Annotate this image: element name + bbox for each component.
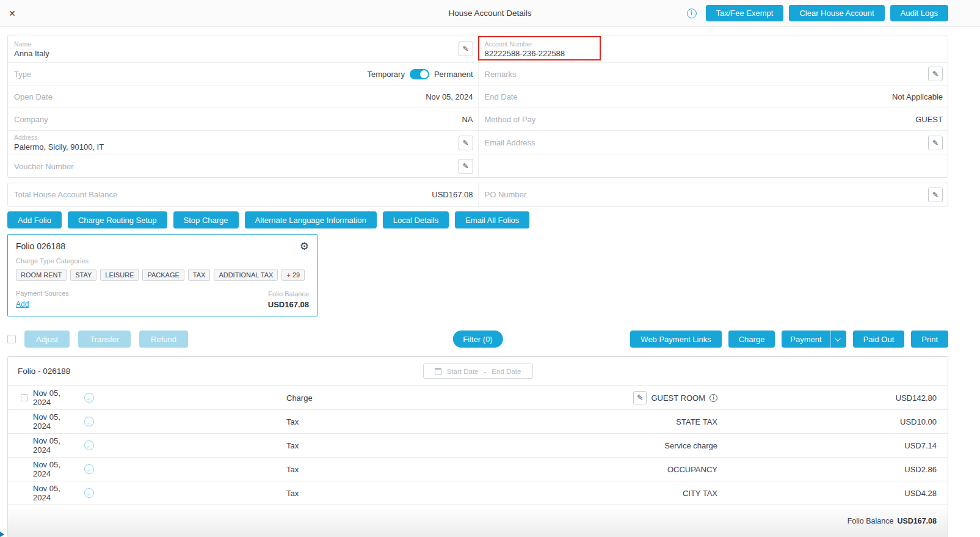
address-label: Address [14,134,459,141]
po-number-field: PO Number ✎ [478,183,948,206]
add-folio-button[interactable]: Add Folio [7,211,62,228]
row-type: Charge [103,393,421,403]
chip-tax: TAX [188,269,211,281]
charge-type-categories-label: Charge Type Categories [16,257,309,265]
charge-button[interactable]: Charge [728,331,775,348]
routing-arrow-icon[interactable]: ← [84,440,94,450]
footer-balance-label: Folio Balance [848,517,894,525]
charge-type-chips: ROOM RENT STAY LEISURE PACKAGE TAX ADDIT… [16,269,309,281]
charge-routing-setup-button[interactable]: Charge Routing Setup [68,211,167,228]
routing-arrow-icon[interactable]: ← [84,488,94,498]
routing-arrow-icon[interactable]: ← [84,464,94,474]
name-value: Anna Italy [14,49,459,58]
edit-charge-icon[interactable]: ✎ [633,391,647,404]
start-date-placeholder: Start Date [447,368,479,375]
edit-voucher-icon[interactable]: ✎ [459,159,473,174]
stop-charge-button[interactable]: Stop Charge [173,211,239,228]
date-range-picker[interactable]: Start Date - End Date [423,363,533,379]
row-type: Tax [103,441,421,450]
method-of-pay-label: Method of Pay [485,115,536,124]
tax-fee-exempt-button[interactable]: Tax/Fee Exempt [706,5,784,21]
open-date-value: Nov 05, 2024 [426,92,473,101]
alternate-language-information-button[interactable]: Alternate Language Information [245,211,377,228]
chip-leisure: LEISURE [100,269,139,281]
type-label: Type [14,70,31,79]
row-amount: USD4.28 [717,489,937,498]
audit-logs-button[interactable]: Audit Logs [890,5,948,21]
row-amount: USD142.80 [717,393,937,403]
total-balance-value: USD167.08 [432,190,473,199]
balance-row: Total House Account Balance USD167.08 PO… [7,183,948,206]
company-label: Company [14,115,48,124]
folio-balance-value: USD167.08 [268,300,309,309]
refund-button[interactable]: Refund [139,331,188,348]
total-balance-field: Total House Account Balance USD167.08 [8,183,478,206]
row-date: Nov 05, 2024 [33,484,79,502]
table-row[interactable]: Nov 05, 2024 ← Charge ✎ GUEST ROOM i USD… [8,385,948,409]
end-date-label: End Date [485,92,518,101]
table-row[interactable]: Nov 05, 2024 ← Tax OCCUPANCY USD2.86 [8,457,948,481]
chip-package: PACKAGE [142,269,184,281]
payment-split-button: Payment [782,331,846,348]
calendar-icon [435,368,441,375]
edit-email-icon[interactable]: ✎ [928,136,943,150]
table-row[interactable]: Nov 05, 2024 ← Tax Service charge USD7.1… [8,433,948,457]
payment-sources-label: Payment Sources [16,290,69,297]
row-description: CITY TAX [683,489,717,498]
adjust-button[interactable]: Adjust [24,331,70,348]
close-icon[interactable]: ✕ [9,9,16,18]
row-checkbox[interactable] [21,394,28,401]
account-number-value: 82222588-236-222588 [485,49,943,58]
row-amount: USD7.14 [717,441,937,450]
routing-arrow-icon[interactable]: ← [84,393,94,403]
account-details-form: Name Anna Italy ✎ Account Number 8222258… [7,35,948,178]
info-icon[interactable]: i [687,9,697,18]
folio-toolbar: Add Folio Charge Routing Setup Stop Char… [7,211,948,228]
transfer-button[interactable]: Transfer [78,331,131,348]
email-all-folios-button[interactable]: Email All Folios [455,211,529,228]
method-of-pay-value: GUEST [915,115,943,124]
clear-house-account-button[interactable]: Clear House Account [789,5,884,21]
type-toggle[interactable] [410,69,429,79]
payment-dropdown-toggle[interactable] [831,331,846,348]
folio-card[interactable]: Folio 026188 ⚙ Charge Type Categories RO… [7,234,318,316]
row-description: Service charge [664,441,717,450]
routing-arrow-icon[interactable]: ← [84,417,94,426]
name-label: Name [14,40,459,48]
chip-additional-tax: ADDITIONAL TAX [214,269,278,281]
edit-name-icon[interactable]: ✎ [459,42,473,56]
footer-balance-value: USD167.08 [897,517,937,525]
edit-po-number-icon[interactable]: ✎ [928,188,943,202]
paid-out-button[interactable]: Paid Out [853,331,905,348]
empty-cell [478,155,948,177]
add-payment-source-link[interactable]: Add [16,300,29,309]
local-details-button[interactable]: Local Details [383,211,449,228]
row-description: GUEST ROOM [651,393,705,403]
table-row[interactable]: Nov 05, 2024 ← Tax CITY TAX USD4.28 [8,481,948,505]
table-row[interactable]: Nov 05, 2024 ← Tax STATE TAX USD10.00 [8,409,948,433]
filter-button[interactable]: Filter (0) [452,331,503,348]
select-all-checkbox[interactable] [7,335,16,343]
chip-room-rent: ROOM RENT [16,269,67,281]
gear-icon[interactable]: ⚙ [300,241,309,252]
total-balance-label: Total House Account Balance [14,190,117,199]
date-separator: - [484,368,486,375]
email-field: Email Address ✎ [478,130,948,155]
print-button[interactable]: Print [911,331,948,348]
chip-stay: STAY [70,269,96,281]
row-date: Nov 05, 2024 [33,460,79,478]
chip-more-count[interactable]: + 29 [281,269,305,281]
folio-card-title: Folio 026188 [16,241,65,251]
row-amount: USD10.00 [717,417,937,426]
edit-address-icon[interactable]: ✎ [459,136,473,150]
row-type: Tax [103,465,421,474]
row-date: Nov 05, 2024 [33,412,79,431]
row-description: STATE TAX [676,417,717,426]
payment-button[interactable]: Payment [782,331,830,348]
web-payment-links-button[interactable]: Web Payment Links [630,331,721,348]
row-amount: USD2.86 [717,465,937,474]
address-field: Address Palermo, Sicily, 90100, IT ✎ [8,130,478,155]
charge-info-icon[interactable]: i [710,394,717,402]
edit-remarks-icon[interactable]: ✎ [928,67,943,81]
name-field: Name Anna Italy ✎ [8,35,478,62]
